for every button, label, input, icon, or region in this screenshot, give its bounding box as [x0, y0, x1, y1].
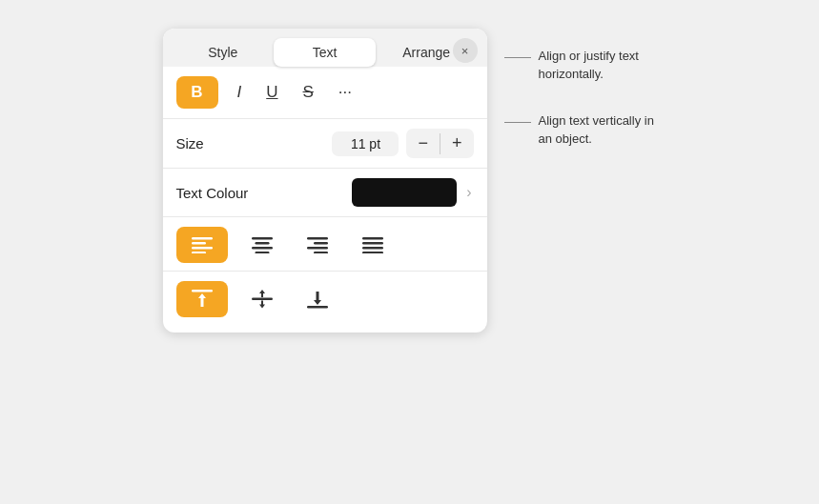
valign-bottom-button[interactable] — [297, 281, 338, 317]
size-value: 11 pt — [332, 131, 399, 156]
svg-rect-5 — [255, 242, 269, 245]
annotation-text-horizontal: Align or justify text horizontally. — [539, 48, 657, 84]
svg-marker-19 — [259, 290, 265, 297]
align-row — [176, 227, 474, 263]
svg-rect-12 — [362, 237, 383, 240]
size-increase-button[interactable]: + — [440, 129, 474, 158]
colour-chevron-button[interactable]: › — [464, 184, 473, 201]
colour-swatch-button[interactable] — [352, 178, 457, 207]
vertical-align-section — [163, 272, 487, 321]
align-center-icon — [252, 236, 273, 253]
valign-top-button[interactable] — [176, 281, 228, 317]
format-toolbar: B I U S ··· — [163, 67, 487, 119]
outer-container: Style Text Arrange × B I U S ··· S — [163, 29, 657, 333]
svg-rect-1 — [192, 242, 206, 245]
annotation-horizontal: Align or justify text horizontally. — [504, 48, 657, 84]
valign-bottom-icon — [307, 290, 328, 309]
bold-button[interactable]: B — [176, 76, 218, 109]
strikethrough-label: S — [303, 83, 314, 102]
annotation-text-vertical: Align text vertically in an object. — [539, 112, 657, 149]
svg-rect-0 — [192, 237, 213, 240]
more-options-button[interactable]: ··· — [333, 79, 358, 106]
size-decrease-button[interactable]: − — [406, 129, 440, 158]
format-panel: Style Text Arrange × B I U S ··· S — [163, 29, 487, 333]
svg-rect-15 — [362, 252, 383, 253]
valign-row — [176, 281, 474, 317]
annotation-line-vertical — [504, 122, 531, 123]
svg-rect-14 — [362, 247, 383, 250]
chevron-right-icon: › — [466, 184, 471, 200]
minus-icon: − — [418, 133, 428, 153]
underline-label: U — [266, 83, 277, 102]
colour-row: Text Colour › — [163, 169, 487, 217]
annotation-vertical: Align text vertically in an object. — [504, 112, 657, 149]
svg-rect-16 — [192, 290, 213, 292]
svg-rect-18 — [252, 298, 273, 301]
valign-top-icon — [192, 290, 213, 309]
svg-rect-21 — [307, 306, 328, 309]
underline-button[interactable]: U — [260, 79, 283, 106]
valign-middle-button[interactable] — [241, 281, 283, 317]
size-row: Size 11 pt − + — [163, 119, 487, 169]
horizontal-align-section — [163, 217, 487, 272]
size-stepper: − + — [406, 129, 473, 158]
align-left-icon — [192, 236, 213, 253]
tab-text[interactable]: Text — [274, 38, 376, 67]
tab-style[interactable]: Style — [173, 38, 275, 67]
tab-bar: Style Text Arrange × — [163, 29, 487, 67]
more-label: ··· — [338, 83, 352, 102]
bold-label: B — [191, 83, 202, 102]
strikethrough-button[interactable]: S — [297, 79, 319, 106]
close-button[interactable]: × — [453, 38, 478, 63]
annotation-line-horizontal — [504, 57, 531, 58]
svg-rect-3 — [192, 252, 206, 253]
svg-rect-6 — [252, 247, 273, 250]
svg-marker-22 — [314, 292, 321, 305]
size-label: Size — [176, 135, 325, 151]
svg-rect-7 — [255, 252, 269, 253]
italic-label: I — [237, 83, 242, 102]
svg-marker-17 — [198, 293, 206, 307]
svg-rect-2 — [192, 247, 213, 250]
align-justify-icon — [362, 236, 383, 253]
svg-rect-10 — [307, 247, 328, 250]
colour-label: Text Colour — [176, 185, 345, 201]
svg-rect-13 — [362, 242, 383, 245]
svg-rect-9 — [314, 242, 328, 245]
align-right-icon — [307, 236, 328, 253]
align-justify-button[interactable] — [352, 227, 394, 263]
align-center-button[interactable] — [241, 227, 283, 263]
italic-button[interactable]: I — [232, 79, 248, 106]
svg-rect-4 — [252, 237, 273, 240]
align-right-button[interactable] — [297, 227, 338, 263]
svg-rect-8 — [307, 237, 328, 240]
align-left-button[interactable] — [176, 227, 228, 263]
svg-marker-20 — [259, 301, 265, 309]
valign-middle-icon — [252, 290, 273, 309]
annotations-panel: Align or justify text horizontally. Alig… — [504, 48, 657, 148]
svg-rect-11 — [314, 252, 328, 253]
plus-icon: + — [452, 133, 462, 153]
